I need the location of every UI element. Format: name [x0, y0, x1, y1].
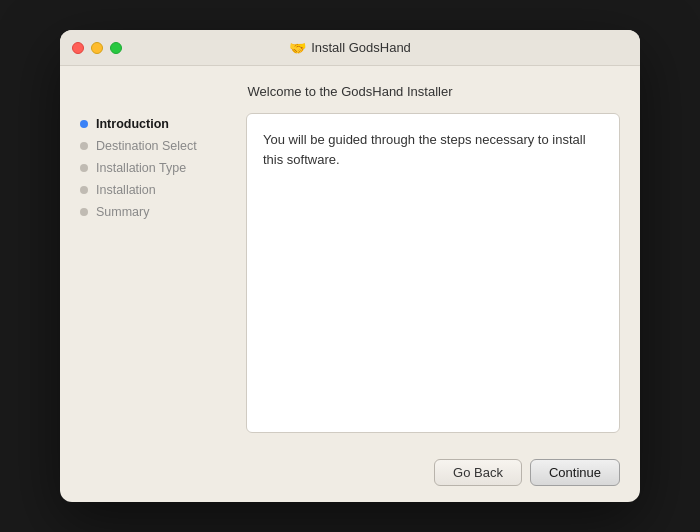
- window-title: 🤝 Install GodsHand: [289, 40, 411, 56]
- sidebar-item-introduction[interactable]: Introduction: [80, 113, 230, 135]
- sidebar-dot-installation: [80, 186, 88, 194]
- title-emoji: 🤝: [289, 40, 306, 56]
- close-button[interactable]: [72, 42, 84, 54]
- maximize-button[interactable]: [110, 42, 122, 54]
- footer: Go Back Continue: [60, 449, 640, 502]
- content-panel: You will be guided through the steps nec…: [246, 113, 620, 433]
- title-text: Install GodsHand: [311, 40, 411, 55]
- sidebar-item-destination-select[interactable]: Destination Select: [80, 135, 230, 157]
- sidebar-item-installation-type[interactable]: Installation Type: [80, 157, 230, 179]
- traffic-lights: [72, 42, 122, 54]
- content-body: You will be guided through the steps nec…: [263, 130, 603, 169]
- sidebar-dot-introduction: [80, 120, 88, 128]
- sidebar-label-destination: Destination Select: [96, 139, 197, 153]
- installer-window: 🤝 Install GodsHand Welcome to the GodsHa…: [60, 30, 640, 502]
- titlebar: 🤝 Install GodsHand: [60, 30, 640, 66]
- continue-button[interactable]: Continue: [530, 459, 620, 486]
- sidebar-dot-destination: [80, 142, 88, 150]
- sidebar-item-summary[interactable]: Summary: [80, 201, 230, 223]
- sidebar-dot-summary: [80, 208, 88, 216]
- sidebar: Introduction Destination Select Installa…: [80, 113, 230, 433]
- sidebar-item-installation[interactable]: Installation: [80, 179, 230, 201]
- minimize-button[interactable]: [91, 42, 103, 54]
- go-back-button[interactable]: Go Back: [434, 459, 522, 486]
- main-content: Introduction Destination Select Installa…: [60, 113, 640, 449]
- sidebar-label-summary: Summary: [96, 205, 149, 219]
- welcome-header: Welcome to the GodsHand Installer: [60, 66, 640, 113]
- sidebar-dot-installation-type: [80, 164, 88, 172]
- sidebar-label-introduction: Introduction: [96, 117, 169, 131]
- sidebar-label-installation: Installation: [96, 183, 156, 197]
- sidebar-label-installation-type: Installation Type: [96, 161, 186, 175]
